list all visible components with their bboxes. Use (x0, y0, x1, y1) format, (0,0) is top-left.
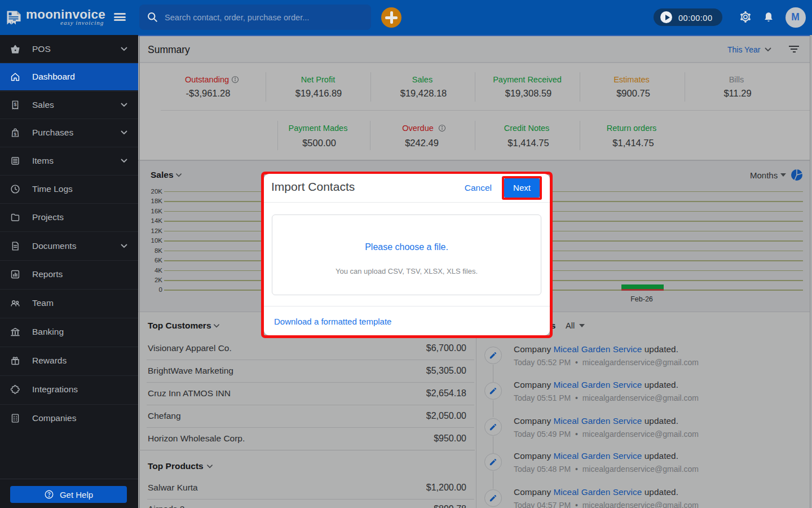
svg-text:$: $ (14, 132, 17, 137)
svg-text:$: $ (14, 102, 17, 107)
